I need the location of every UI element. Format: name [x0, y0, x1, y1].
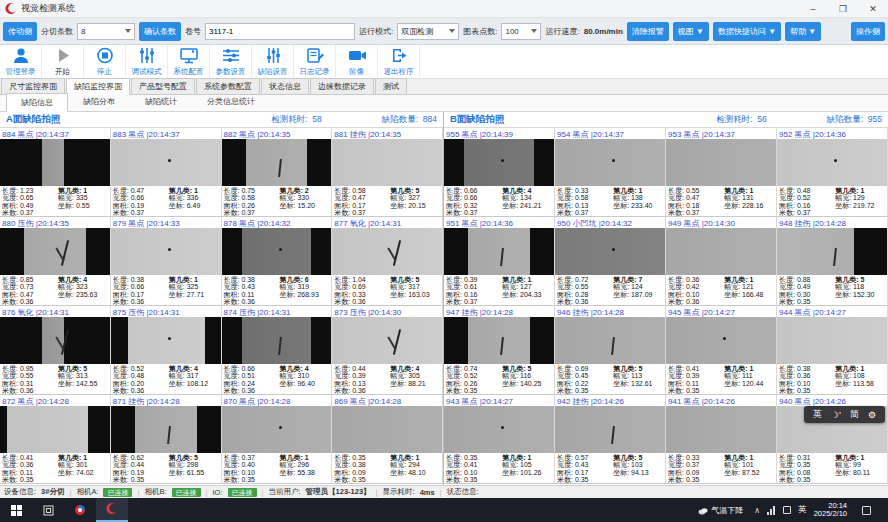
status-badge: 已连接 — [103, 488, 132, 497]
defect-cell-945[interactable]: 945 黑点 |20:14:27长度: 0.41宽度: 0.39面积: 0.11… — [666, 306, 777, 395]
sub-tab-3[interactable]: 分类信息统计 — [192, 92, 270, 111]
taskbar-language-indicator[interactable]: 英 — [798, 504, 807, 516]
moon-icon[interactable]: ☽’ — [831, 410, 841, 420]
defect-image — [555, 139, 665, 186]
sub-tab-0[interactable]: 缺陷信息 — [6, 93, 68, 112]
defect-cell-942[interactable]: 942 挂伤 |20:14:26长度: 0.57宽度: 0.43面积: 0.17… — [555, 395, 666, 484]
main-tab-6[interactable]: 测试 — [375, 78, 407, 94]
action-button-9[interactable]: 退出程序 — [378, 45, 420, 78]
defect-width: 宽度: 0.41 — [446, 461, 502, 468]
defect-cell-954[interactable]: 954 黑点 |20:14:37长度: 0.33宽度: 0.58面积: 0.13… — [555, 128, 666, 217]
operate-side-button[interactable]: 操作侧 — [851, 22, 885, 41]
sub-tab-2[interactable]: 缺陷统计 — [130, 92, 192, 111]
defect-cell-948[interactable]: 948 挂伤 |20:14:28长度: 0.88宽度: 0.49面积: 0.30… — [777, 217, 888, 306]
close-button[interactable]: ✕ — [858, 0, 888, 17]
notification-center-button[interactable] — [858, 506, 874, 515]
defect-coord: 坐标: 88.21 — [390, 380, 442, 387]
slit-count-select[interactable]: 8 — [77, 23, 135, 40]
tray-chevron-icon[interactable]: ∧ — [754, 506, 760, 515]
defect-cell-870[interactable]: 870 黑点 |20:14:28长度: 0.37宽度: 0.40面积: 0.10… — [222, 395, 333, 484]
defect-cell-872[interactable]: 872 黑点 |20:14:28长度: 0.41宽度: 0.36面积: 0.11… — [0, 395, 111, 484]
help-menu-button[interactable]: 帮助 ▼ — [785, 22, 821, 41]
taskbar-clock[interactable]: 20:14 2025/2/10 — [814, 502, 851, 519]
ime-simplified-toggle[interactable]: 简 — [850, 408, 859, 421]
defect-cell-874[interactable]: 874 压伤 |20:14:31长度: 0.66宽度: 0.51面积: 0.24… — [222, 306, 333, 395]
action-button-2[interactable]: 停止 — [84, 45, 126, 78]
gear-icon[interactable]: ⚙ — [868, 410, 876, 420]
defect-cell-952[interactable]: 952 黑点 |20:14:36长度: 0.48宽度: 0.52面积: 0.16… — [777, 128, 888, 217]
defect-cell-951[interactable]: 951 黑点 |20:14:36长度: 0.39宽度: 0.61面积: 0.16… — [444, 217, 555, 306]
defect-info: 长度: 0.58宽度: 0.47面积: 0.17米数: 0.37第几类: 5幅宽… — [332, 186, 442, 216]
defect-cell-header: 949 黑点 |20:14:30 — [666, 217, 776, 228]
clear-alarm-button[interactable]: 清除报警 — [627, 22, 669, 41]
data-quick-access-button[interactable]: 数据快捷访问 ▼ — [713, 22, 781, 41]
confirm-count-button[interactable]: 确认条数 — [139, 22, 181, 41]
start-button[interactable] — [0, 498, 32, 522]
action-button-5[interactable]: 参数设置 — [210, 45, 252, 78]
defect-cell-950[interactable]: 950 小凹坑 |20:14:32长度: 0.72宽度: 0.55面积: 0.2… — [555, 217, 666, 306]
action-label: 留像 — [349, 67, 364, 77]
defect-cell-880[interactable]: 880 压伤 |20:14:35长度: 0.85宽度: 0.73面积: 0.47… — [0, 217, 111, 306]
volume-icon[interactable] — [783, 506, 791, 514]
defect-coord: 坐标: 235.63 — [58, 291, 110, 298]
defect-span: 幅宽: 319 — [280, 283, 332, 290]
taskbar-weather[interactable]: 气温下降 — [694, 498, 747, 522]
action-button-7[interactable]: 日志记录 — [294, 45, 336, 78]
chart-points-select[interactable]: 100 — [501, 23, 541, 40]
defect-cell-947[interactable]: 947 挂伤 |20:14:28长度: 0.74宽度: 0.52面积: 0.26… — [444, 306, 555, 395]
defect-cell-875[interactable]: 875 压伤 |20:14:31长度: 0.52宽度: 0.48面积: 0.20… — [111, 306, 222, 395]
defect-cell-884[interactable]: 884 黑点 |20:14:37长度: 1.23宽度: 0.65面积: 0.49… — [0, 128, 111, 217]
defect-cell-949[interactable]: 949 黑点 |20:14:30长度: 0.36宽度: 0.42面积: 0.10… — [666, 217, 777, 306]
defect-width: 宽度: 0.55 — [557, 283, 613, 290]
defect-cell-878[interactable]: 878 黑点 |20:14:32长度: 0.38宽度: 0.43面积: 0.11… — [222, 217, 333, 306]
defect-cell-883[interactable]: 883 黑点 |20:14:37长度: 0.47宽度: 0.66面积: 0.19… — [111, 128, 222, 217]
defect-image — [666, 406, 776, 453]
defect-cell-944[interactable]: 944 黑点 |20:14:27长度: 0.38宽度: 0.36面积: 0.10… — [777, 306, 888, 395]
defect-cell-881[interactable]: 881 挂伤 |20:14:35长度: 0.58宽度: 0.47面积: 0.17… — [332, 128, 443, 217]
task-view-button[interactable] — [32, 498, 64, 522]
defect-cell-869[interactable]: 869 黑点 |20:14:28长度: 0.35宽度: 0.38面积: 0.09… — [332, 395, 443, 484]
status-value: 管理员【123-123】 — [306, 487, 371, 497]
defect-image — [111, 406, 221, 453]
defect-mark — [611, 426, 615, 444]
defect-cell-943[interactable]: 943 黑点 |20:14:27长度: 0.35宽度: 0.41面积: 0.10… — [444, 395, 555, 484]
defect-cell-955[interactable]: 955 黑点 |20:14:39长度: 0.66宽度: 0.66面积: 0.32… — [444, 128, 555, 217]
minimize-button[interactable]: – — [798, 0, 828, 17]
defect-width: 宽度: 0.58 — [557, 194, 613, 201]
defect-cell-871[interactable]: 871 挂伤 |20:14:28长度: 0.62宽度: 0.44面积: 0.19… — [111, 395, 222, 484]
defect-cell-941[interactable]: 941 黑点 |20:14:26长度: 0.33宽度: 0.37面积: 0.09… — [666, 395, 777, 484]
defect-cell-header: 879 黑点 |20:14:33 — [111, 217, 221, 228]
action-button-6[interactable]: 缺陷设置 — [252, 45, 294, 78]
network-icon[interactable] — [767, 506, 776, 515]
roll-number-input[interactable] — [205, 23, 355, 40]
defect-cell-876[interactable]: 876 氧化 |20:14:31长度: 0.95宽度: 0.55面积: 0.31… — [0, 306, 111, 395]
defect-cell-953[interactable]: 953 黑点 |20:14:37长度: 0.55宽度: 0.47面积: 0.18… — [666, 128, 777, 217]
defect-mark — [278, 337, 282, 355]
action-button-4[interactable]: 系统配置 — [168, 45, 210, 78]
defect-area: 面积: 0.32 — [446, 202, 502, 209]
main-tab-1[interactable]: 缺陷监控界面 — [66, 78, 130, 95]
main-tab-5[interactable]: 边缘数据记录 — [310, 78, 374, 94]
defect-mark — [501, 426, 504, 429]
ime-lang-toggle[interactable]: 英 — [813, 408, 822, 421]
taskbar-app-inspection[interactable] — [96, 498, 128, 522]
defect-cell-873[interactable]: 873 压伤 |20:14:30长度: 0.44宽度: 0.39面积: 0.13… — [332, 306, 443, 395]
run-mode-select[interactable]: 双面检测 — [397, 23, 459, 40]
maximize-button[interactable]: ❐ — [828, 0, 858, 17]
action-button-3[interactable]: 调试模式 — [126, 45, 168, 78]
ime-bar[interactable]: 英 ☽’ 简 ⚙ — [804, 406, 885, 423]
view-menu-button[interactable]: 视图 ▼ — [673, 22, 709, 41]
defect-cell-877[interactable]: 877 氧化 |20:14:31长度: 1.04宽度: 0.69面积: 0.33… — [332, 217, 443, 306]
main-tab-0[interactable]: 尺寸监控界面 — [1, 78, 65, 94]
action-button-8[interactable]: 留像 — [336, 45, 378, 78]
drive-side-button[interactable]: 传动侧 — [3, 22, 37, 41]
defect-info: 长度: 0.88宽度: 0.49面积: 0.30米数: 0.35第几类: 5幅宽… — [777, 275, 887, 305]
taskbar-app-browser[interactable] — [64, 498, 96, 522]
defect-cell-879[interactable]: 879 黑点 |20:14:33长度: 0.38宽度: 0.66面积: 0.17… — [111, 217, 222, 306]
action-button-0[interactable]: 管理登录 — [0, 45, 42, 78]
defect-mark — [278, 159, 282, 177]
defect-cell-header: 948 挂伤 |20:14:28 — [777, 217, 887, 228]
defect-cell-946[interactable]: 946 挂伤 |20:14:28长度: 0.69宽度: 0.45面积: 0.22… — [555, 306, 666, 395]
defect-cell-882[interactable]: 882 黑点 |20:14:35长度: 0.75宽度: 0.58面积: 0.26… — [222, 128, 333, 217]
action-button-1[interactable]: 开始 — [42, 45, 84, 78]
